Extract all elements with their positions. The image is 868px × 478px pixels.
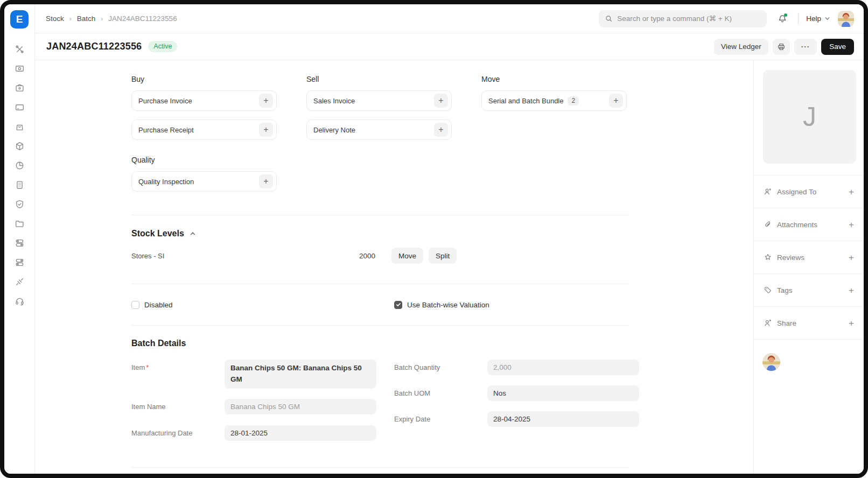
app-logo[interactable]: E xyxy=(10,10,29,29)
add-delivery-note-button[interactable]: + xyxy=(434,123,448,137)
add-assignment-button[interactable]: + xyxy=(849,187,854,196)
batch-quantity-field[interactable]: 2,000 xyxy=(487,360,639,375)
manufacturing-date-field[interactable]: 28-01-2025 xyxy=(225,425,376,441)
add-quality-inspection-button[interactable]: + xyxy=(259,174,273,188)
item-name-field[interactable]: Banana Chips 50 GM xyxy=(225,399,376,414)
stock-levels-heading: Stock Levels xyxy=(131,229,184,238)
checkbox-checked[interactable] xyxy=(394,301,402,309)
link-label: Purchase Receipt xyxy=(138,126,194,134)
disabled-checkbox[interactable]: Disabled xyxy=(131,301,394,309)
buy-heading: Buy xyxy=(131,75,277,83)
add-review-button[interactable]: + xyxy=(849,253,854,262)
batch-uom-field[interactable]: Nos xyxy=(487,385,639,401)
tag-icon xyxy=(764,286,772,294)
assets-icon[interactable] xyxy=(14,82,25,93)
link-card-sales-invoice[interactable]: Sales Invoice + xyxy=(306,90,452,111)
viewer-block xyxy=(754,340,864,371)
stock-levels-toggle[interactable]: Stock Levels xyxy=(131,229,196,238)
share-row[interactable]: Share + xyxy=(754,307,864,340)
expiry-date-field[interactable]: 28-04-2025 xyxy=(487,411,639,427)
breadcrumb-stock[interactable]: Stock xyxy=(46,15,64,23)
stock-levels-section: Stock Levels Stores - SI 2000 Move Split xyxy=(131,215,629,284)
attachments-row[interactable]: Attachments + xyxy=(754,208,864,241)
link-label: Purchase Invoice xyxy=(138,97,192,105)
tools-icon[interactable] xyxy=(14,44,25,54)
split-button[interactable]: Split xyxy=(429,248,457,264)
manufacturing-icon[interactable] xyxy=(14,179,25,190)
view-ledger-button[interactable]: View Ledger xyxy=(714,39,768,55)
batch-details-right-column: Batch Quantity 2,000 Batch UOM Nos Expir… xyxy=(394,360,639,427)
link-count-badge: 2 xyxy=(568,96,579,106)
topbar: Stock › Batch › JAN24ABC11223556 Help xyxy=(35,4,864,33)
notifications-bell-icon[interactable] xyxy=(774,11,790,27)
global-search[interactable] xyxy=(599,10,767,27)
quality-icon[interactable] xyxy=(14,199,25,209)
more-actions-button[interactable]: ··· xyxy=(794,39,817,55)
item-name-label: Item Name xyxy=(131,399,225,414)
tags-row[interactable]: Tags + xyxy=(754,274,864,307)
link-card-delivery-note[interactable]: Delivery Note + xyxy=(306,120,452,140)
sell-column: Sell Sales Invoice + Delivery Note + xyxy=(306,75,452,200)
add-tag-button[interactable]: + xyxy=(849,286,854,295)
paperclip-icon xyxy=(764,220,772,229)
tags-label: Tags xyxy=(777,286,793,294)
viewer-avatar[interactable] xyxy=(762,353,780,371)
topbar-divider xyxy=(798,13,799,25)
batch-details-heading: Batch Details xyxy=(131,339,186,348)
add-purchase-invoice-button[interactable]: + xyxy=(259,94,273,108)
help-menu[interactable]: Help xyxy=(806,15,830,23)
crm-icon[interactable] xyxy=(14,237,25,248)
form-area: Buy Purchase Invoice + Purchase Receipt … xyxy=(35,60,753,474)
add-purchase-receipt-button[interactable]: + xyxy=(259,123,273,137)
link-card-purchase-receipt[interactable]: Purchase Receipt + xyxy=(131,120,277,140)
help-label: Help xyxy=(806,15,821,23)
share-label: Share xyxy=(777,319,796,327)
assigned-to-row[interactable]: Assigned To + xyxy=(754,175,864,208)
hr-icon[interactable] xyxy=(14,257,25,268)
search-input[interactable] xyxy=(617,15,761,23)
add-attachment-button[interactable]: + xyxy=(849,220,854,229)
batch-uom-field-row: Batch UOM Nos xyxy=(394,385,639,401)
move-heading: Move xyxy=(481,75,627,83)
add-sales-invoice-button[interactable]: + xyxy=(434,94,448,108)
buy-column: Buy Purchase Invoice + Purchase Receipt … xyxy=(131,75,277,200)
move-column: Move Serial and Batch Bundle 2 + xyxy=(481,75,627,200)
payments-icon[interactable] xyxy=(14,63,25,74)
breadcrumb-batch[interactable]: Batch xyxy=(77,15,96,23)
page-title: JAN24ABC11223556 xyxy=(46,41,142,52)
checkbox-unchecked[interactable] xyxy=(131,301,139,309)
link-label: Delivery Note xyxy=(313,126,355,134)
stock-icon[interactable] xyxy=(14,140,25,151)
move-button[interactable]: Move xyxy=(391,248,423,264)
item-field-row: Item* Banan Chips 50 GM: Banana Chips 50… xyxy=(131,360,376,389)
batch-wise-valuation-checkbox[interactable]: Use Batch-wise Valuation xyxy=(394,301,489,309)
item-name-field-row: Item Name Banana Chips 50 GM xyxy=(131,399,376,414)
expiry-date-field-row: Expiry Date 28-04-2025 xyxy=(394,411,639,427)
reviews-row[interactable]: Reviews + xyxy=(754,241,864,274)
link-card-purchase-invoice[interactable]: Purchase Invoice + xyxy=(131,90,277,111)
document-image-placeholder[interactable]: J xyxy=(763,70,856,164)
item-field[interactable]: Banan Chips 50 GM: Banana Chips 50 GM xyxy=(225,360,376,389)
breadcrumb-separator: › xyxy=(101,15,103,23)
card-icon[interactable] xyxy=(14,102,25,113)
link-card-serial-batch-bundle[interactable]: Serial and Batch Bundle 2 + xyxy=(481,90,627,111)
assign-user-icon xyxy=(764,187,772,196)
add-serial-batch-bundle-button[interactable]: + xyxy=(609,94,623,108)
add-share-button[interactable]: + xyxy=(849,319,854,328)
analytics-icon[interactable] xyxy=(14,160,25,171)
share-user-icon xyxy=(764,319,772,327)
document-sidebar: J Assigned To + Attachments + Reviews + xyxy=(753,60,864,474)
user-avatar[interactable] xyxy=(838,11,854,27)
buying-icon[interactable] xyxy=(14,121,25,132)
integrations-icon[interactable] xyxy=(14,276,25,287)
batch-uom-label: Batch UOM xyxy=(394,385,487,401)
warehouse-label: Stores - SI xyxy=(131,252,339,260)
batch-details-left-column: Item* Banan Chips 50 GM: Banana Chips 50… xyxy=(131,360,376,441)
projects-icon[interactable] xyxy=(14,218,25,229)
breadcrumb: Stock › Batch › JAN24ABC11223556 xyxy=(46,15,591,23)
support-icon[interactable] xyxy=(14,296,25,306)
print-button[interactable] xyxy=(773,39,790,55)
required-asterisk: * xyxy=(146,363,149,371)
save-button[interactable]: Save xyxy=(821,39,854,55)
link-card-quality-inspection[interactable]: Quality Inspection + xyxy=(131,171,277,192)
